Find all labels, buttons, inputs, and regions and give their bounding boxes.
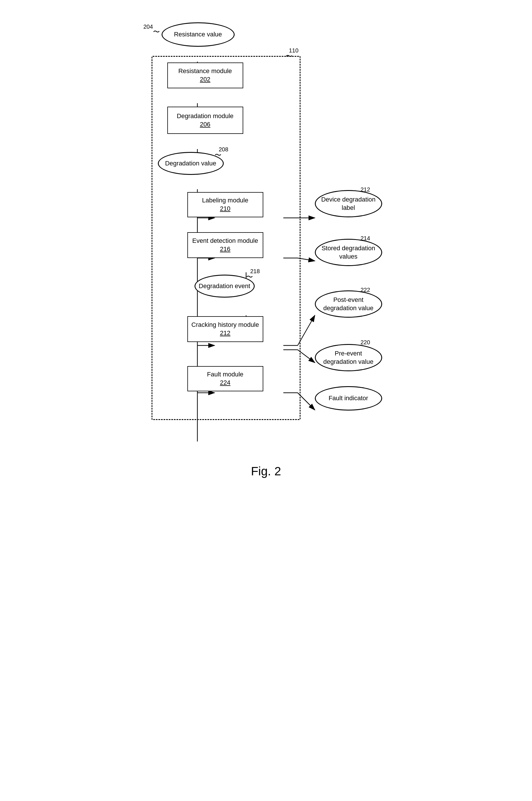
- squiggle-204: 〜: [153, 27, 160, 36]
- degradation-event-ellipse: Degradation event: [194, 275, 255, 297]
- labeling-module-box: Labeling module 210: [187, 192, 263, 217]
- device-degradation-label-ellipse: Device degradation label: [315, 190, 382, 217]
- resistance-module-box: Resistance module 202: [167, 62, 243, 88]
- degradation-module-box: Degradation module 206: [167, 107, 243, 134]
- cracking-history-module-box: Cracking history module 212: [187, 316, 263, 342]
- ref-204: 204: [144, 23, 153, 30]
- stored-degradation-values-ellipse: Stored degradation values: [315, 239, 382, 266]
- fault-module-box: Fault module 224: [187, 366, 263, 391]
- post-event-degradation-value-ellipse: Post-event degradation value: [315, 290, 382, 317]
- pre-event-degradation-value-ellipse: Pre-event degradation value: [315, 344, 382, 371]
- degradation-value-ellipse: Degradation value: [158, 152, 224, 175]
- figure-label: Fig. 2: [137, 465, 395, 478]
- fault-indicator-ellipse: Fault indicator: [315, 386, 382, 411]
- resistance-value-ellipse: Resistance value: [162, 22, 235, 47]
- diagram: 204 〜 Resistance value 110 〜 Resistance …: [137, 12, 395, 771]
- event-detection-module-box: Event detection module 216: [187, 232, 263, 258]
